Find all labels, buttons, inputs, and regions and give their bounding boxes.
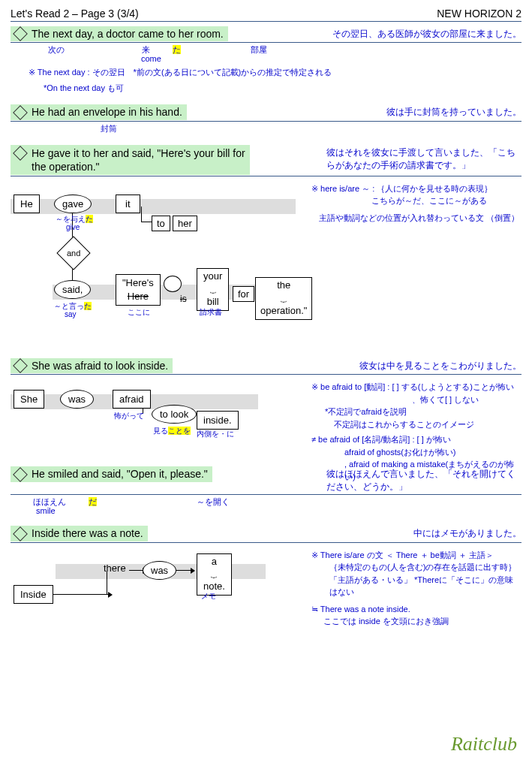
gloss-smile: smile <box>36 506 521 515</box>
diamond-icon <box>13 146 28 161</box>
sentence-1-jp: その翌日、ある医師が彼女の部屋に来ました。 <box>332 26 521 41</box>
page-header: Let's Read 2 – Page 3 (3/4) NEW HORIZON … <box>11 8 521 22</box>
header-left: Let's Read 2 – Page 3 (3/4) <box>11 8 139 20</box>
notes-3: ※ here is/are ～ : ｛人に何かを見せる時の表現｝ こちらが～だ、… <box>311 182 521 348</box>
notes-4: ※ be afraid to [動詞] : [ ] する(しようとする)ことが怖… <box>311 381 521 456</box>
note-1a: ※ The next day : その翌日 *前の文(ある日について記載)からの… <box>29 66 521 79</box>
sentence-1-en: The next day, a doctor came to her room. <box>11 26 228 41</box>
sentence-4-jp: 彼女は中を見ることをこわがりました。 <box>359 358 521 372</box>
section-1: The next day, a doctor came to her room.… <box>11 26 521 94</box>
diagram-6: Inside there was a⏟note. メモ <box>11 549 303 624</box>
diagram-3: He gave it to her ～を与えた give and said, ～… <box>11 182 303 348</box>
sentence-5-en: He smiled and said, "Open it, please." <box>11 466 212 481</box>
gloss-envelope: 封筒 <box>101 123 521 134</box>
section-6: Inside there was a note. 中にはメモがありました。 In… <box>11 526 521 623</box>
diamond-icon <box>13 26 28 41</box>
diamond-icon <box>13 105 28 120</box>
diamond-icon <box>13 467 28 482</box>
sentence-3-jp: 彼はそれを彼女に手渡して言いました、「こちらがあなたの手術の請求書です。」 <box>326 145 521 172</box>
diamond-icon <box>13 526 28 541</box>
watermark: Raitclub <box>451 733 517 755</box>
notes-6: ※ There is/are の文 ＜ There ＋ be動詞 ＋ 主語＞ ｛… <box>311 549 521 624</box>
header-right: NEW HORIZON 2 <box>437 8 521 20</box>
section-5: He smiled and said, "Open it, please." 彼… <box>11 466 521 515</box>
sentence-4-en: She was afraid to look inside. <box>11 358 173 373</box>
gloss-come: come <box>141 54 521 63</box>
sentence-3-en: He gave it to her and said, "Here's your… <box>11 145 250 175</box>
sentence-2-jp: 彼は手に封筒を持っていました。 <box>386 104 521 119</box>
section-2: He had an envelope in his hand. 彼は手に封筒を持… <box>11 104 521 134</box>
diagram-4: She was afraid 怖がって to look 見ることを inside… <box>11 381 303 456</box>
sentence-5-jp: 彼はほほえんで言いました、「それを開けてください、どうか。」 <box>326 466 521 493</box>
section-4: She was afraid to look inside. 彼女は中を見ること… <box>11 358 521 456</box>
sentence-2-en: He had an envelope in his hand. <box>11 104 187 119</box>
note-1b: *On the next day も可 <box>44 82 521 95</box>
diamond-icon <box>13 358 28 373</box>
sentence-6-en: Inside there was a note. <box>11 526 148 541</box>
section-3: He gave it to her and said, "Here's your… <box>11 145 521 348</box>
sentence-6-jp: 中にはメモがありました。 <box>413 526 521 540</box>
